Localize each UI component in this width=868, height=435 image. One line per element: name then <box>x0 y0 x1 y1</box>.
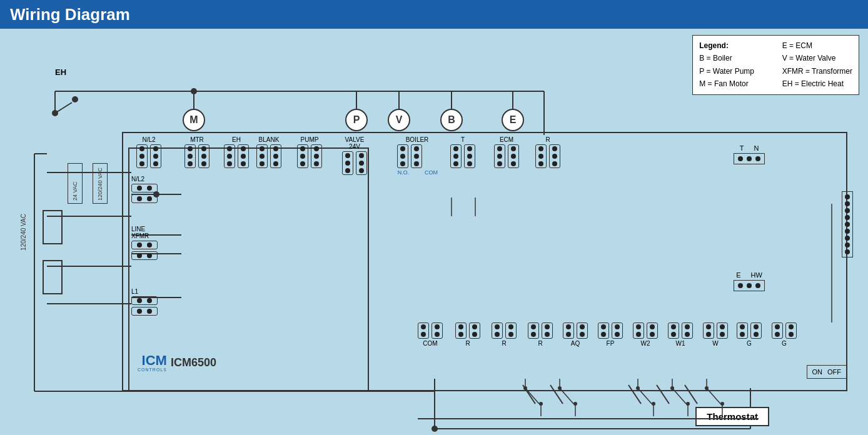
terminal-group-mtr: MTR <box>184 136 209 168</box>
legend-xfmr: XFMR = Transformer <box>782 65 852 78</box>
eh-label: EH <box>55 66 66 78</box>
E-circle: E <box>502 109 524 131</box>
svg-point-41 <box>539 402 543 406</box>
terminal-group-valve: VALVE24V <box>342 136 367 175</box>
svg-point-19 <box>431 426 438 432</box>
svg-point-56 <box>686 402 690 406</box>
nl2-left-terminals: N/L2 <box>131 176 158 203</box>
on-off-switch[interactable]: ON OFF <box>807 365 847 379</box>
svg-point-51 <box>652 402 655 406</box>
P-circle: P <box>345 109 368 131</box>
svg-point-61 <box>720 402 724 406</box>
page-title: Wiring Diagram <box>10 5 130 24</box>
relay-box-2 <box>43 260 63 294</box>
terminal-group-aq: AQ <box>563 322 588 347</box>
B-circle: B <box>440 109 463 131</box>
terminal-group-boiler: BOILER N.O. COM <box>397 136 437 176</box>
svg-point-10 <box>52 110 58 116</box>
V-circle: V <box>388 109 410 131</box>
terminal-group-nl2: N/L2 <box>136 136 161 168</box>
bottom-bus-line <box>418 418 759 419</box>
relay-box-1 <box>43 210 63 244</box>
terminal-group-eh: EH <box>224 136 249 168</box>
xfmr-120vac: 120/240 VAC <box>93 163 108 204</box>
l1-terminals: L1 <box>131 288 158 316</box>
svg-point-4 <box>191 88 197 94</box>
header: Wiring Diagram <box>0 0 868 29</box>
terminal-group-fp: FP <box>598 322 623 347</box>
legend-pump: P = Water Pump <box>699 65 769 78</box>
diagram-area: EH Legend: E = ECM B = Boiler V = Water … <box>0 29 868 435</box>
terminal-group-boiler-t: T <box>450 136 475 168</box>
terminal-group-pump: PUMP <box>297 136 322 168</box>
terminal-group-com: COM <box>418 322 443 347</box>
legend-title: Legend: <box>699 39 769 52</box>
ehw-connector: E HW <box>734 271 765 291</box>
legend-box: Legend: E = ECM B = Boiler V = Water Val… <box>692 35 859 95</box>
legend-motor: M = Fan Motor <box>699 78 769 90</box>
on-label: ON <box>812 368 823 376</box>
legend-valve: V = Water Valve <box>782 52 852 64</box>
terminal-group-w2: W2 <box>633 322 658 347</box>
icm-logo: ICM CONTROLS ICM6500 <box>138 354 216 372</box>
terminal-group-r-top: R <box>535 136 560 168</box>
voltage-label: 120/240 VAC <box>20 214 27 251</box>
tn-connector: T N <box>734 144 765 164</box>
terminal-group-ecm: ECM <box>494 136 519 168</box>
xfmr-24vac: 24 VAC <box>68 163 83 204</box>
thermostat-box: Thermostat <box>695 407 769 426</box>
line-xfmr-terminals: LINEXFMR <box>131 226 158 260</box>
terminal-group-w: W <box>703 322 728 347</box>
terminal-group-r2: R <box>492 322 517 347</box>
vertical-connector-strip <box>842 191 853 258</box>
terminal-group-w1: W1 <box>668 322 693 347</box>
legend-boiler: B = Boiler <box>699 52 769 64</box>
M-circle: M <box>183 109 205 131</box>
svg-line-9 <box>55 102 72 113</box>
terminal-group-blank: BLANK <box>256 136 281 168</box>
off-label: OFF <box>827 368 841 376</box>
terminal-group-g2: G <box>772 322 797 347</box>
terminal-group-g1: G <box>737 322 762 347</box>
svg-point-11 <box>72 96 78 102</box>
terminal-group-r3: R <box>528 322 553 347</box>
legend-ecm: E = ECM <box>782 39 852 52</box>
svg-point-46 <box>573 402 577 406</box>
legend-eh: EH = Electric Heat <box>782 78 852 90</box>
terminal-group-r1: R <box>455 322 480 347</box>
